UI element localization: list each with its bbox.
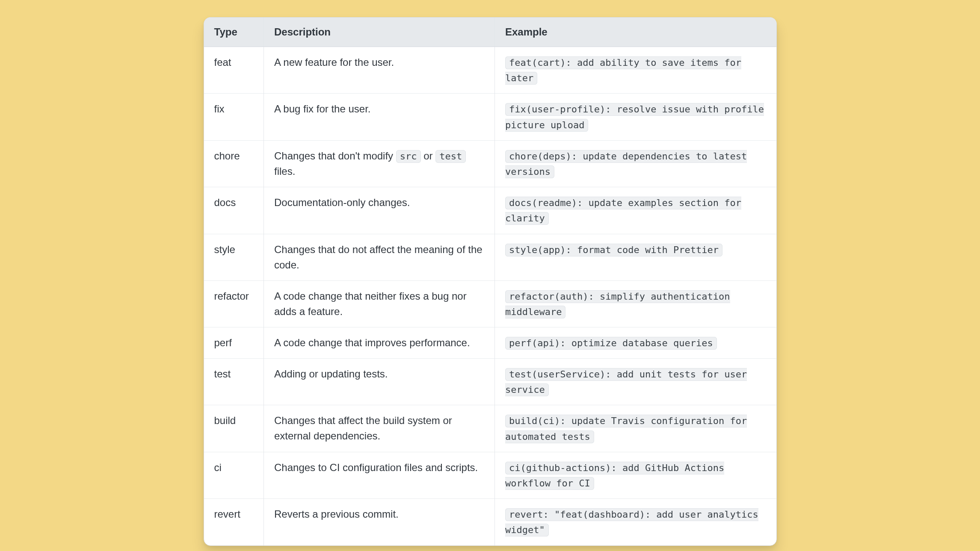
description-fragment: Changes that affect the build system or … <box>274 415 452 442</box>
description-text: Changes that affect the build system or … <box>274 415 452 442</box>
description-text: A code change that improves performance. <box>274 337 470 348</box>
example-code: refactor(auth): simplify authentication … <box>505 290 730 318</box>
description-fragment: Changes that don't modify <box>274 150 396 162</box>
cell-example: style(app): format code with Prettier <box>495 234 776 280</box>
table-row: fixA bug fix for the user.fix(user-profi… <box>204 94 776 140</box>
cell-description: A new feature for the user. <box>264 47 495 94</box>
cell-type: feat <box>204 47 264 94</box>
header-type: Type <box>204 18 264 47</box>
cell-description: Adding or updating tests. <box>264 359 495 405</box>
cell-example: revert: "feat(dashboard): add user analy… <box>495 499 776 545</box>
commit-types-table-card: Type Description Example featA new featu… <box>204 17 777 546</box>
inline-code: src <box>396 150 421 163</box>
cell-example: build(ci): update Travis configuration f… <box>495 405 776 452</box>
cell-example: refactor(auth): simplify authentication … <box>495 280 776 327</box>
inline-code: test <box>435 150 466 163</box>
example-code: perf(api): optimize database queries <box>505 337 717 350</box>
description-fragment: A code change that neither fixes a bug n… <box>274 290 467 317</box>
example-code: ci(github-actions): add GitHub Actions w… <box>505 462 724 490</box>
description-text: Reverts a previous commit. <box>274 508 399 520</box>
cell-type: build <box>204 405 264 452</box>
example-code: fix(user-profile): resolve issue with pr… <box>505 103 764 131</box>
table-row: choreChanges that don't modify src or te… <box>204 140 776 187</box>
cell-example: fix(user-profile): resolve issue with pr… <box>495 94 776 140</box>
example-code: build(ci): update Travis configuration f… <box>505 415 747 443</box>
cell-type: perf <box>204 327 264 358</box>
table-row: perfA code change that improves performa… <box>204 327 776 358</box>
cell-description: Changes that affect the build system or … <box>264 405 495 452</box>
cell-type: fix <box>204 94 264 140</box>
cell-type: docs <box>204 187 264 234</box>
cell-type: style <box>204 234 264 280</box>
description-fragment: A code change that improves performance. <box>274 337 470 348</box>
example-code: feat(cart): add ability to save items fo… <box>505 56 741 85</box>
commit-types-table: Type Description Example featA new featu… <box>204 18 776 545</box>
table-row: ciChanges to CI configuration files and … <box>204 452 776 498</box>
cell-description: A code change that improves performance. <box>264 327 495 358</box>
cell-type: refactor <box>204 280 264 327</box>
table-row: refactorA code change that neither fixes… <box>204 280 776 327</box>
cell-example: ci(github-actions): add GitHub Actions w… <box>495 452 776 498</box>
cell-type: test <box>204 359 264 405</box>
cell-description: A code change that neither fixes a bug n… <box>264 280 495 327</box>
table-row: docsDocumentation-only changes.docs(read… <box>204 187 776 234</box>
description-fragment: files. <box>274 165 295 177</box>
cell-description: Reverts a previous commit. <box>264 499 495 545</box>
table-body: featA new feature for the user.feat(cart… <box>204 47 776 545</box>
cell-type: chore <box>204 140 264 187</box>
description-text: Documentation-only changes. <box>274 197 410 208</box>
cell-description: A bug fix for the user. <box>264 94 495 140</box>
description-fragment: Reverts a previous commit. <box>274 508 399 520</box>
header-example: Example <box>495 18 776 47</box>
description-fragment: A new feature for the user. <box>274 56 394 68</box>
description-text: A bug fix for the user. <box>274 103 370 115</box>
example-code: test(userService): add unit tests for us… <box>505 368 747 396</box>
header-description: Description <box>264 18 495 47</box>
cell-example: feat(cart): add ability to save items fo… <box>495 47 776 94</box>
description-text: Adding or updating tests. <box>274 368 388 380</box>
description-fragment: Changes to CI configuration files and sc… <box>274 462 478 473</box>
cell-description: Documentation-only changes. <box>264 187 495 234</box>
cell-type: ci <box>204 452 264 498</box>
description-text: Changes to CI configuration files and sc… <box>274 462 478 473</box>
cell-example: docs(readme): update examples section fo… <box>495 187 776 234</box>
cell-type: revert <box>204 499 264 545</box>
description-fragment: A bug fix for the user. <box>274 103 370 115</box>
description-text: A new feature for the user. <box>274 56 394 68</box>
example-code: docs(readme): update examples section fo… <box>505 197 741 225</box>
description-text: Changes that don't modify src or test fi… <box>274 150 466 177</box>
table-row: revertReverts a previous commit.revert: … <box>204 499 776 545</box>
cell-example: chore(deps): update dependencies to late… <box>495 140 776 187</box>
cell-description: Changes to CI configuration files and sc… <box>264 452 495 498</box>
example-code: style(app): format code with Prettier <box>505 244 722 256</box>
cell-example: test(userService): add unit tests for us… <box>495 359 776 405</box>
example-code: revert: "feat(dashboard): add user analy… <box>505 508 758 536</box>
table-row: testAdding or updating tests.test(userSe… <box>204 359 776 405</box>
description-fragment: Changes that do not affect the meaning o… <box>274 244 483 271</box>
description-text: Changes that do not affect the meaning o… <box>274 244 483 271</box>
description-fragment: or <box>421 150 436 162</box>
table-row: featA new feature for the user.feat(cart… <box>204 47 776 94</box>
description-text: A code change that neither fixes a bug n… <box>274 290 467 317</box>
example-code: chore(deps): update dependencies to late… <box>505 150 747 178</box>
description-fragment: Adding or updating tests. <box>274 368 388 380</box>
cell-example: perf(api): optimize database queries <box>495 327 776 358</box>
table-row: styleChanges that do not affect the mean… <box>204 234 776 280</box>
cell-description: Changes that do not affect the meaning o… <box>264 234 495 280</box>
table-row: buildChanges that affect the build syste… <box>204 405 776 452</box>
description-fragment: Documentation-only changes. <box>274 197 410 208</box>
cell-description: Changes that don't modify src or test fi… <box>264 140 495 187</box>
table-header-row: Type Description Example <box>204 18 776 47</box>
